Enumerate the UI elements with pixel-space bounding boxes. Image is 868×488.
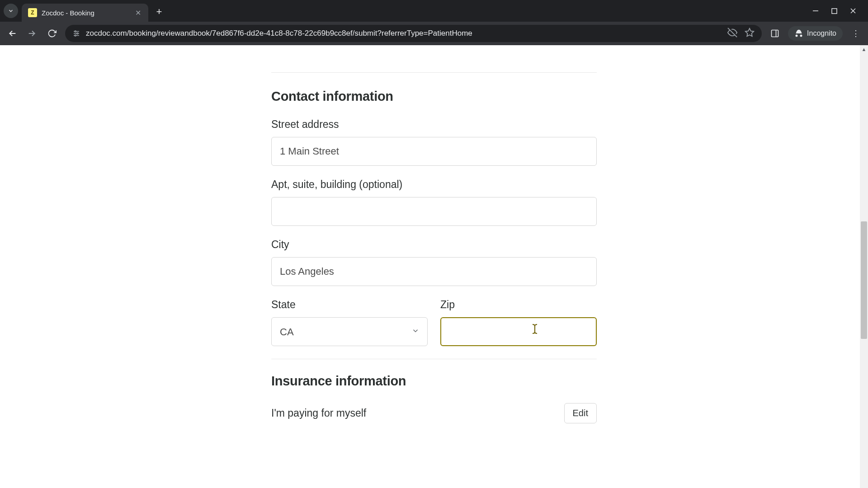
street-input[interactable] xyxy=(271,137,597,166)
chevron-down-icon xyxy=(8,8,14,14)
booking-form: Contact information Street address Apt, … xyxy=(271,45,597,423)
eye-off-icon[interactable] xyxy=(727,28,737,40)
maximize-button[interactable] xyxy=(831,8,837,14)
city-field-group: City xyxy=(271,239,597,286)
zip-label: Zip xyxy=(440,299,597,311)
svg-marker-13 xyxy=(745,28,754,36)
street-field-group: Street address xyxy=(271,118,597,166)
edit-insurance-button[interactable]: Edit xyxy=(564,403,597,423)
scrollbar-track[interactable]: ▲ xyxy=(860,45,868,488)
zip-field-group: Zip xyxy=(440,299,597,346)
state-zip-row: State CA Zip xyxy=(271,299,597,346)
apt-input[interactable] xyxy=(271,197,597,226)
contact-heading: Contact information xyxy=(271,89,597,104)
street-label: Street address xyxy=(271,118,597,131)
svg-point-11 xyxy=(75,35,76,36)
state-label: State xyxy=(271,299,428,311)
browser-toolbar: zocdoc.com/booking/reviewandbook/7ed867f… xyxy=(0,22,868,45)
state-field-group: State CA xyxy=(271,299,428,346)
side-panel-icon[interactable] xyxy=(768,27,782,40)
page-content: Contact information Street address Apt, … xyxy=(0,45,868,488)
scrollbar-thumb[interactable] xyxy=(861,221,867,339)
incognito-indicator[interactable]: Incognito xyxy=(788,26,843,41)
forward-button[interactable] xyxy=(25,27,39,40)
bookmark-star-icon[interactable] xyxy=(745,28,755,40)
apt-field-group: Apt, suite, building (optional) xyxy=(271,178,597,226)
tab-favicon: Z xyxy=(28,8,37,17)
insurance-row: I'm paying for myself Edit xyxy=(271,403,597,423)
tab-strip: Z Zocdoc - Booking ✕ + xyxy=(0,0,868,22)
browser-tab[interactable]: Z Zocdoc - Booking ✕ xyxy=(22,4,148,22)
insurance-text: I'm paying for myself xyxy=(271,407,366,419)
scroll-up-arrow-icon[interactable]: ▲ xyxy=(860,45,868,53)
tab-title: Zocdoc - Booking xyxy=(42,9,129,17)
incognito-label: Incognito xyxy=(807,29,836,38)
svg-rect-14 xyxy=(772,30,778,37)
incognito-icon xyxy=(794,29,803,38)
section-divider xyxy=(271,72,597,73)
reload-button[interactable] xyxy=(45,27,59,40)
city-input[interactable] xyxy=(271,257,597,286)
state-select[interactable]: CA xyxy=(271,317,428,346)
new-tab-button[interactable]: + xyxy=(152,5,166,19)
svg-rect-1 xyxy=(832,9,837,14)
zip-input[interactable] xyxy=(440,317,597,346)
close-window-button[interactable] xyxy=(850,8,856,14)
address-bar[interactable]: zocdoc.com/booking/reviewandbook/7ed867f… xyxy=(65,25,762,42)
section-divider xyxy=(271,359,597,359)
back-button[interactable] xyxy=(5,27,19,40)
browser-menu-button[interactable]: ⋮ xyxy=(849,28,863,38)
tab-search-dropdown[interactable] xyxy=(4,4,18,18)
svg-point-9 xyxy=(75,31,76,32)
svg-point-10 xyxy=(77,33,78,34)
city-label: City xyxy=(271,239,597,251)
browser-chrome: Z Zocdoc - Booking ✕ + xyxy=(0,0,868,45)
close-tab-icon[interactable]: ✕ xyxy=(134,9,142,17)
apt-label: Apt, suite, building (optional) xyxy=(271,178,597,191)
url-text: zocdoc.com/booking/reviewandbook/7ed867f… xyxy=(86,29,472,38)
minimize-button[interactable] xyxy=(812,8,819,14)
insurance-heading: Insurance information xyxy=(271,374,597,389)
site-settings-icon[interactable] xyxy=(72,29,80,38)
window-controls xyxy=(812,8,864,14)
